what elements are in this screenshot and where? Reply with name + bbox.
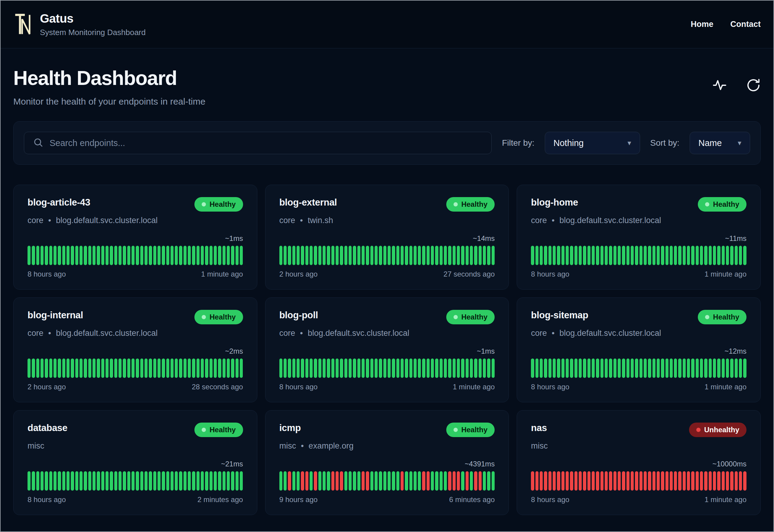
uptime-bar[interactable] xyxy=(427,246,430,265)
uptime-bar[interactable] xyxy=(704,358,707,378)
uptime-bar[interactable] xyxy=(353,246,356,265)
uptime-bar[interactable] xyxy=(184,246,187,265)
uptime-bar[interactable] xyxy=(310,358,313,378)
uptime-bar[interactable] xyxy=(162,471,165,491)
uptime-bar[interactable] xyxy=(583,471,586,491)
uptime-bar[interactable] xyxy=(388,471,391,491)
uptime-bar[interactable] xyxy=(75,471,78,491)
uptime-bar[interactable] xyxy=(344,246,347,265)
uptime-bar[interactable] xyxy=(80,246,83,265)
uptime-bar[interactable] xyxy=(279,471,282,491)
uptime-bar[interactable] xyxy=(32,246,35,265)
uptime-bar[interactable] xyxy=(409,471,412,491)
uptime-bar[interactable] xyxy=(318,471,321,491)
uptime-bar[interactable] xyxy=(444,358,447,378)
uptime-bars[interactable] xyxy=(28,246,243,265)
endpoint-card[interactable]: blog-poll Healthy core • blog.default.sv… xyxy=(265,297,509,402)
uptime-bar[interactable] xyxy=(236,246,239,265)
uptime-bar[interactable] xyxy=(553,246,556,265)
uptime-bar[interactable] xyxy=(448,471,451,491)
uptime-bar[interactable] xyxy=(127,471,130,491)
uptime-bars[interactable] xyxy=(531,246,746,265)
uptime-bar[interactable] xyxy=(596,471,599,491)
uptime-bar[interactable] xyxy=(171,471,174,491)
uptime-bar[interactable] xyxy=(401,358,404,378)
uptime-bar[interactable] xyxy=(561,471,564,491)
uptime-bar[interactable] xyxy=(487,471,490,491)
uptime-bar[interactable] xyxy=(743,471,746,491)
uptime-bar[interactable] xyxy=(357,471,360,491)
uptime-bar[interactable] xyxy=(318,358,321,378)
uptime-bar[interactable] xyxy=(674,358,677,378)
uptime-bar[interactable] xyxy=(553,471,556,491)
uptime-bar[interactable] xyxy=(540,471,543,491)
uptime-bar[interactable] xyxy=(422,471,425,491)
uptime-bars[interactable] xyxy=(279,246,495,265)
uptime-bar[interactable] xyxy=(93,358,96,378)
uptime-bar[interactable] xyxy=(370,246,373,265)
uptime-bar[interactable] xyxy=(713,471,716,491)
uptime-bar[interactable] xyxy=(531,358,534,378)
uptime-bar[interactable] xyxy=(730,471,733,491)
uptime-bar[interactable] xyxy=(544,246,547,265)
uptime-bar[interactable] xyxy=(427,358,430,378)
uptime-bar[interactable] xyxy=(370,358,373,378)
uptime-bars[interactable] xyxy=(28,358,243,378)
uptime-bar[interactable] xyxy=(661,246,664,265)
uptime-bar[interactable] xyxy=(665,246,668,265)
uptime-bar[interactable] xyxy=(153,246,156,265)
uptime-bar[interactable] xyxy=(383,358,386,378)
uptime-bar[interactable] xyxy=(392,471,395,491)
refresh-icon[interactable] xyxy=(746,78,761,92)
uptime-bar[interactable] xyxy=(318,246,321,265)
uptime-bar[interactable] xyxy=(670,358,673,378)
uptime-bar[interactable] xyxy=(49,358,52,378)
uptime-bar[interactable] xyxy=(279,358,282,378)
uptime-bar[interactable] xyxy=(201,358,204,378)
uptime-bar[interactable] xyxy=(405,358,408,378)
uptime-bar[interactable] xyxy=(149,246,152,265)
uptime-bar[interactable] xyxy=(166,471,169,491)
uptime-bar[interactable] xyxy=(635,246,638,265)
uptime-bar[interactable] xyxy=(644,358,647,378)
uptime-bar[interactable] xyxy=(340,358,343,378)
uptime-bar[interactable] xyxy=(80,358,83,378)
uptime-bar[interactable] xyxy=(375,246,378,265)
uptime-bar[interactable] xyxy=(383,471,386,491)
uptime-bar[interactable] xyxy=(535,246,538,265)
uptime-bar[interactable] xyxy=(709,471,712,491)
uptime-bar[interactable] xyxy=(435,246,438,265)
uptime-bar[interactable] xyxy=(418,246,421,265)
uptime-bar[interactable] xyxy=(587,246,590,265)
uptime-bar[interactable] xyxy=(201,471,204,491)
uptime-bar[interactable] xyxy=(735,358,738,378)
uptime-bar[interactable] xyxy=(652,246,655,265)
uptime-bar[interactable] xyxy=(140,471,143,491)
endpoint-card[interactable]: blog-internal Healthy core • blog.defaul… xyxy=(13,297,257,402)
uptime-bar[interactable] xyxy=(592,246,595,265)
uptime-bar[interactable] xyxy=(483,358,486,378)
uptime-bar[interactable] xyxy=(114,358,117,378)
uptime-bar[interactable] xyxy=(466,358,469,378)
uptime-bar[interactable] xyxy=(214,358,217,378)
uptime-bar[interactable] xyxy=(540,246,543,265)
uptime-bar[interactable] xyxy=(579,358,582,378)
uptime-bars[interactable] xyxy=(531,358,746,378)
uptime-bar[interactable] xyxy=(175,471,178,491)
uptime-bar[interactable] xyxy=(574,358,577,378)
uptime-bar[interactable] xyxy=(605,358,608,378)
uptime-bar[interactable] xyxy=(97,358,100,378)
uptime-bar[interactable] xyxy=(652,358,655,378)
uptime-bar[interactable] xyxy=(192,246,195,265)
endpoint-card[interactable]: blog-sitemap Healthy core • blog.default… xyxy=(517,297,761,402)
uptime-bar[interactable] xyxy=(353,471,356,491)
uptime-bar[interactable] xyxy=(327,246,330,265)
uptime-bar[interactable] xyxy=(192,471,195,491)
uptime-bar[interactable] xyxy=(461,471,464,491)
uptime-bar[interactable] xyxy=(596,358,599,378)
uptime-bar[interactable] xyxy=(114,471,117,491)
uptime-bar[interactable] xyxy=(626,358,629,378)
uptime-bar[interactable] xyxy=(145,471,148,491)
uptime-bar[interactable] xyxy=(726,358,729,378)
uptime-bar[interactable] xyxy=(375,358,378,378)
